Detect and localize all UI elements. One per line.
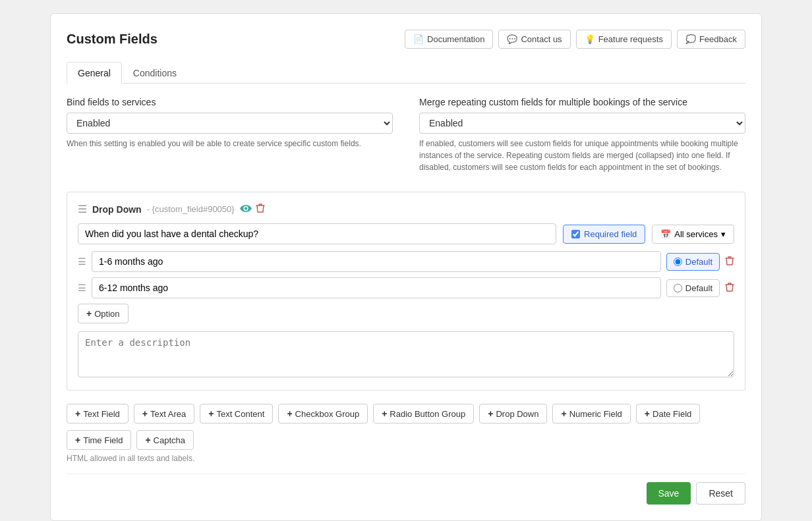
services-label: All services	[674, 229, 718, 239]
text-content-label: Text Content	[216, 409, 264, 419]
default-label-1: Default	[685, 257, 712, 267]
drop-down-label: Drop Down	[496, 409, 538, 419]
documentation-label: Documentation	[427, 34, 484, 44]
merge-hint: If enabled, customers will see custom fi…	[419, 139, 738, 172]
merge-label: Merge repeating custom fields for multip…	[419, 97, 745, 107]
question-input[interactable]	[78, 223, 556, 244]
plus-icon: +	[86, 308, 92, 319]
field-block-header: ☰ Drop Down - {custom_field#90050}	[78, 203, 734, 215]
merge-fields-setting: Merge repeating custom fields for multip…	[419, 97, 745, 173]
contact-icon	[507, 34, 517, 44]
bind-fields-setting: Bind fields to services Enabled Disabled…	[67, 97, 393, 173]
time-field-label: Time Field	[83, 435, 123, 445]
html-note: HTML allowed in all texts and labels.	[67, 454, 745, 463]
add-drop-down-button[interactable]: + Drop Down	[479, 404, 547, 424]
option-input-2[interactable]	[92, 277, 661, 298]
required-checkbox[interactable]	[571, 230, 580, 238]
plus-icon: +	[75, 435, 80, 445]
plus-icon: +	[208, 408, 214, 419]
option-row-1: ☰ Default	[78, 251, 734, 272]
feedback-label: Feedback	[699, 34, 737, 44]
save-button[interactable]: Save	[647, 482, 691, 505]
text-area-label: Text Area	[150, 409, 186, 419]
add-text-area-button[interactable]: + Text Area	[134, 404, 194, 424]
add-option-button[interactable]: + Option	[78, 304, 129, 323]
tabs: General Conditions	[67, 62, 745, 84]
option-row-2: ☰ Default	[78, 277, 734, 298]
plus-icon: +	[145, 435, 150, 445]
feedback-button[interactable]: Feedback	[677, 30, 745, 49]
feature-label: Feature requests	[598, 34, 663, 44]
header-buttons: Documentation Contact us Feature request…	[405, 30, 745, 49]
required-field-label[interactable]: Required field	[563, 225, 645, 244]
option-drag-handle-2[interactable]: ☰	[78, 283, 86, 293]
add-numeric-field-button[interactable]: + Numeric Field	[552, 404, 630, 424]
plus-icon: +	[488, 408, 493, 419]
add-option-label: Option	[94, 309, 119, 319]
option-drag-handle-1[interactable]: ☰	[78, 256, 86, 267]
default-radio-label-2[interactable]: Default	[666, 279, 720, 297]
plus-icon: +	[382, 408, 387, 419]
default-radio-label-1[interactable]: Default	[666, 253, 720, 271]
doc-icon	[413, 34, 424, 44]
card-header: Custom Fields Documentation Contact us F…	[67, 30, 745, 49]
preview-icon[interactable]	[240, 204, 252, 215]
merge-select[interactable]: Enabled Disabled	[419, 113, 745, 134]
date-field-label: Date Field	[652, 409, 691, 419]
bind-label: Bind fields to services	[67, 97, 393, 107]
add-date-field-button[interactable]: + Date Field	[636, 404, 700, 424]
field-block: ☰ Drop Down - {custom_field#90050}	[67, 192, 745, 391]
description-textarea[interactable]	[78, 331, 734, 377]
default-radio-1[interactable]	[674, 258, 682, 266]
add-text-field-button[interactable]: + Text Field	[67, 404, 129, 424]
feature-requests-button[interactable]: Feature requests	[576, 30, 672, 49]
add-captcha-button[interactable]: + Captcha	[136, 430, 194, 450]
delete-field-icon[interactable]	[256, 203, 265, 215]
add-radio-button-group-button[interactable]: + Radio Button Group	[373, 404, 474, 424]
bind-select[interactable]: Enabled Disabled	[67, 113, 393, 134]
bind-hint: When this setting is enabled you will be…	[67, 139, 361, 148]
plus-icon: +	[287, 408, 292, 419]
page-title: Custom Fields	[67, 32, 158, 47]
text-field-label: Text Field	[83, 409, 120, 419]
default-label-2: Default	[685, 283, 712, 293]
footer-buttons: Save Reset	[67, 474, 745, 505]
plus-icon: +	[142, 408, 148, 419]
checkbox-group-label: Checkbox Group	[295, 409, 360, 419]
field-type-label: Drop Down	[92, 204, 142, 215]
settings-row: Bind fields to services Enabled Disabled…	[67, 97, 745, 173]
field-actions	[240, 203, 265, 215]
add-field-buttons: + Text Field + Text Area + Text Content …	[67, 404, 745, 424]
all-services-button[interactable]: 📅 All services ▾	[652, 225, 734, 244]
question-row: Required field 📅 All services ▾	[78, 223, 734, 244]
option-input-1[interactable]	[92, 251, 661, 272]
field-drag-handle[interactable]: ☰	[78, 203, 87, 215]
delete-option-2-icon[interactable]	[725, 282, 734, 294]
plus-icon: +	[645, 408, 650, 419]
delete-option-1-icon[interactable]	[725, 256, 734, 268]
tab-general[interactable]: General	[67, 62, 122, 84]
add-time-field-button[interactable]: + Time Field	[67, 430, 131, 450]
feature-icon	[585, 34, 595, 44]
contact-us-button[interactable]: Contact us	[498, 30, 570, 49]
chevron-down-icon: ▾	[721, 229, 726, 239]
documentation-button[interactable]: Documentation	[405, 30, 493, 49]
captcha-label: Captcha	[154, 435, 185, 445]
plus-icon: +	[75, 408, 80, 419]
default-radio-2[interactable]	[674, 284, 682, 292]
custom-fields-card: Custom Fields Documentation Contact us F…	[50, 13, 762, 521]
add-text-content-button[interactable]: + Text Content	[200, 404, 273, 424]
tab-conditions[interactable]: Conditions	[122, 62, 188, 84]
feedback-icon	[685, 34, 696, 44]
field-id-label: - {custom_field#90050}	[147, 204, 235, 214]
required-label-text: Required field	[584, 229, 637, 239]
add-field-buttons-row2: + Time Field + Captcha	[67, 430, 745, 450]
add-checkbox-group-button[interactable]: + Checkbox Group	[278, 404, 368, 424]
contact-label: Contact us	[521, 34, 562, 44]
calendar-icon: 📅	[660, 229, 671, 239]
radio-button-group-label: Radio Button Group	[390, 409, 465, 419]
numeric-field-label: Numeric Field	[569, 409, 622, 419]
plus-icon: +	[561, 408, 566, 419]
reset-button[interactable]: Reset	[696, 482, 745, 505]
